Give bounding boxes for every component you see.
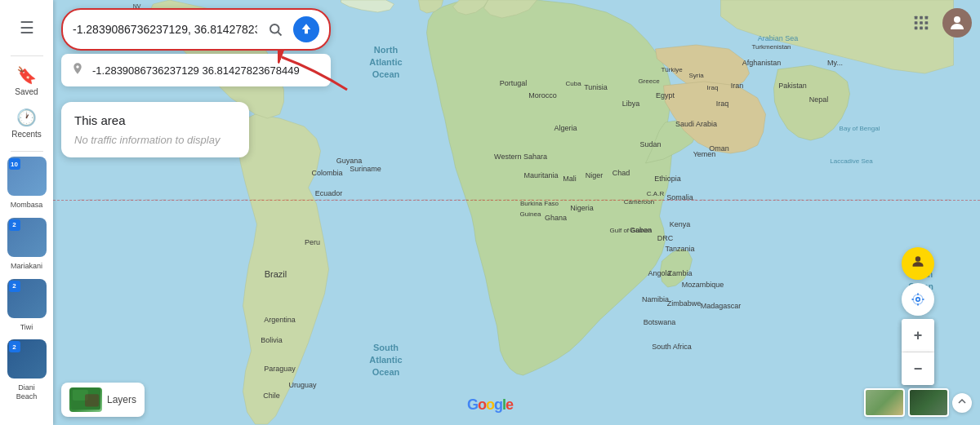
svg-text:Burkina Faso: Burkina Faso: [520, 200, 559, 207]
svg-text:Tanzania: Tanzania: [665, 245, 694, 253]
divider-1: [11, 55, 43, 56]
svg-text:Peru: Peru: [305, 238, 320, 246]
svg-rect-90: [920, 27, 923, 30]
directions-button[interactable]: [293, 16, 319, 42]
street-view-button[interactable]: [902, 247, 934, 280]
divider-2: [11, 151, 43, 152]
place-name-diani: Diani Beach: [16, 383, 38, 401]
svg-text:Tunisia: Tunisia: [584, 83, 608, 91]
zoom-out-button[interactable]: −: [902, 352, 934, 385]
svg-point-74: [270, 24, 279, 33]
recents-button[interactable]: 🕐 Recents: [7, 104, 47, 143]
svg-text:Oman: Oman: [709, 144, 729, 153]
search-button[interactable]: [264, 18, 287, 41]
svg-text:Saudi Arabia: Saudi Arabia: [675, 120, 717, 128]
place-thumb-mariakani[interactable]: 2: [7, 218, 47, 257]
svg-text:Atlantic: Atlantic: [369, 57, 402, 67]
place-thumb-diani[interactable]: 2: [7, 339, 47, 379]
place-name-mombasa: Mombasa: [11, 201, 43, 210]
place-badge: 2: [9, 219, 20, 231]
place-badge: 2: [9, 341, 20, 352]
svg-rect-88: [925, 21, 929, 24]
svg-text:Cameroon: Cameroon: [624, 198, 654, 206]
svg-text:Guyana: Guyana: [336, 157, 363, 165]
top-right-controls: [906, 8, 972, 38]
menu-icon: ☰: [20, 18, 34, 38]
svg-text:Türkiye: Türkiye: [661, 66, 683, 73]
mini-map-terrain[interactable]: [864, 388, 905, 417]
sidebar: ☰ 🔖 Saved 🕐 Recents 10 Mombasa 2 Mariaka…: [0, 0, 53, 425]
svg-text:Chile: Chile: [263, 392, 280, 400]
svg-rect-79: [85, 394, 99, 406]
zoom-in-button[interactable]: +: [902, 319, 934, 352]
svg-text:Syria: Syria: [688, 72, 704, 79]
svg-text:Argentina: Argentina: [264, 316, 296, 324]
place-thumb-mombasa[interactable]: 10: [7, 157, 47, 196]
svg-text:Sudan: Sudan: [639, 140, 661, 148]
svg-text:Bolivia: Bolivia: [261, 336, 283, 344]
svg-text:Ecuador: Ecuador: [315, 189, 343, 197]
svg-text:Guinea: Guinea: [520, 210, 541, 218]
svg-text:Western Sahara: Western Sahara: [494, 153, 547, 161]
svg-text:Niger: Niger: [586, 171, 604, 179]
svg-text:Egypt: Egypt: [656, 91, 675, 100]
suggestion-box[interactable]: -1.2839086736237129 36.81427823678449: [61, 54, 331, 86]
svg-text:South Africa: South Africa: [652, 343, 692, 351]
search-panel: -1.2839086736237129 36.81427823678449: [61, 8, 331, 86]
svg-text:Greece: Greece: [638, 77, 660, 85]
svg-text:Somalia: Somalia: [666, 193, 693, 201]
location-button[interactable]: [902, 283, 934, 316]
user-avatar[interactable]: [942, 8, 972, 38]
svg-text:Algeria: Algeria: [554, 124, 577, 132]
svg-text:Mali: Mali: [563, 175, 577, 183]
bookmark-icon: 🔖: [16, 65, 37, 85]
svg-text:Ghana: Ghana: [545, 214, 567, 222]
info-card-title: This area: [74, 113, 236, 127]
svg-text:Portugal: Portugal: [500, 79, 528, 87]
mini-map-satellite[interactable]: [908, 388, 949, 417]
svg-text:Iraq: Iraq: [716, 100, 729, 108]
zoom-controls: + −: [902, 319, 934, 385]
place-badge: 10: [9, 158, 20, 170]
svg-text:Turkmenistan: Turkmenistan: [751, 43, 791, 51]
expand-button[interactable]: [952, 393, 972, 413]
svg-text:Cuba: Cuba: [566, 80, 582, 87]
svg-text:Nigeria: Nigeria: [570, 204, 594, 212]
info-card: This area No traffic information to disp…: [61, 102, 249, 157]
svg-point-82: [913, 294, 923, 304]
svg-text:Mauritania: Mauritania: [523, 171, 558, 179]
search-input[interactable]: [73, 23, 257, 36]
svg-text:DRC: DRC: [657, 234, 674, 242]
layers-button[interactable]: Layers: [61, 383, 145, 417]
place-thumb-tiwi[interactable]: 2: [7, 279, 47, 318]
layers-thumbnail: [69, 387, 102, 412]
info-card-subtitle: No traffic information to display: [74, 134, 236, 146]
svg-text:Botswana: Botswana: [644, 318, 676, 326]
mini-map-row: [864, 388, 972, 417]
svg-text:Iraq: Iraq: [707, 84, 719, 91]
layers-label: Layers: [107, 394, 136, 405]
svg-text:Mozambique: Mozambique: [682, 281, 724, 289]
svg-text:Pakistan: Pakistan: [778, 82, 807, 90]
location-pin-icon: [71, 62, 84, 78]
svg-text:Ocean: Ocean: [372, 69, 400, 79]
svg-point-92: [954, 16, 960, 23]
svg-text:Paraguay: Paraguay: [264, 365, 296, 373]
svg-text:South: South: [373, 343, 399, 352]
svg-text:Libya: Libya: [622, 100, 640, 108]
svg-text:Madagascar: Madagascar: [701, 302, 742, 310]
saved-button[interactable]: 🔖 Saved: [7, 61, 47, 100]
svg-rect-89: [915, 27, 918, 30]
place-name-mariakani: Mariakani: [11, 262, 42, 271]
menu-button[interactable]: ☰: [7, 8, 47, 47]
svg-text:Namibia: Namibia: [642, 295, 669, 303]
svg-rect-86: [915, 21, 918, 24]
svg-text:My...: My...: [827, 59, 843, 67]
svg-rect-85: [925, 16, 929, 20]
recents-label: Recents: [11, 130, 42, 139]
place-badge: 2: [9, 281, 20, 292]
svg-text:North: North: [374, 45, 399, 55]
svg-text:Afghanistan: Afghanistan: [742, 59, 782, 67]
apps-button[interactable]: [906, 8, 936, 38]
svg-text:Iran: Iran: [731, 82, 744, 90]
